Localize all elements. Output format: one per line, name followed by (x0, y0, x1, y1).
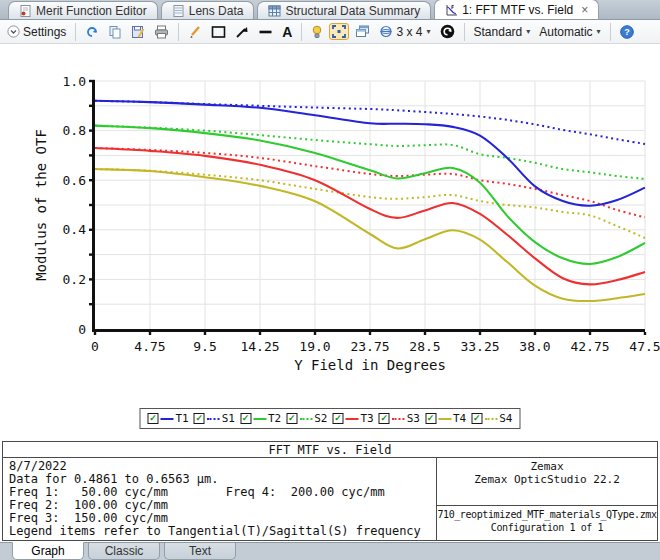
auto-update-button[interactable] (437, 22, 458, 41)
toolbar-separator (464, 23, 465, 41)
arrow-tool-button[interactable] (232, 23, 252, 41)
legend-item-T2[interactable]: ✓T2 (240, 412, 281, 425)
document-tabbar: Merit Function Editor Lens Data Structur… (0, 0, 660, 20)
legend-item-T4[interactable]: ✓T4 (425, 412, 466, 425)
chart-legend: ✓T1✓S1✓T2✓S2✓T3✓S3✓T4✓S4 (140, 408, 521, 429)
legend-checkbox[interactable]: ✓ (194, 413, 205, 424)
line-tool-button[interactable] (255, 23, 276, 41)
help-button[interactable]: ? (617, 23, 637, 41)
fit-window-button[interactable] (329, 23, 349, 40)
legend-item-S2[interactable]: ✓S2 (286, 412, 327, 425)
x-tick-label: 38.0 (519, 339, 550, 354)
legend-line-sample (253, 418, 266, 420)
legend-label: S2 (314, 412, 327, 425)
file-name: 710_reoptimized_MTF_materials_QType.zmx (437, 508, 657, 521)
config-cell: 710_reoptimized_MTF_materials_QType.zmx … (437, 506, 657, 540)
settings-chevron-icon (7, 25, 20, 38)
print-button[interactable] (151, 23, 172, 41)
automatic-dropdown[interactable]: Automatic ▾ (536, 23, 603, 41)
tab-structural-data-summary[interactable]: Structural Data Summary (257, 1, 431, 19)
sphere-icon (379, 25, 393, 38)
legend-item-T1[interactable]: ✓T1 (148, 412, 189, 425)
y-tick-label: 0.6 (63, 173, 86, 188)
mtf-chart: 00.20.40.60.81.004.759.514.2519.023.7528… (0, 44, 660, 441)
structural-data-icon (268, 5, 281, 17)
chevron-down-icon: ▾ (427, 27, 431, 36)
legend-label: T1 (176, 412, 189, 425)
legend-checkbox[interactable]: ✓ (379, 413, 390, 424)
legend-item-S1[interactable]: ✓S1 (194, 412, 235, 425)
y-tick-label: 0 (78, 322, 86, 337)
legend-line-sample (392, 418, 405, 420)
refresh-button[interactable] (82, 23, 102, 41)
x-tick-label: 0 (91, 339, 99, 354)
tab-fft-mtf-vs-field[interactable]: F 1: FFT MTF vs. Field × (434, 0, 599, 19)
legend-label: T3 (361, 412, 374, 425)
tab-classic[interactable]: Classic (88, 543, 160, 560)
legend-line-sample (161, 418, 174, 420)
legend-checkbox[interactable]: ✓ (471, 413, 482, 424)
y-axis-title: Modulus of the OTF (33, 129, 49, 281)
y-tick-label: 0.4 (63, 222, 87, 237)
standard-dropdown[interactable]: Standard ▾ (471, 23, 534, 41)
legend-item-S3[interactable]: ✓S3 (379, 412, 420, 425)
legend-line-sample (484, 418, 497, 420)
legend-checkbox[interactable]: ✓ (240, 413, 251, 424)
print-icon (154, 25, 169, 39)
legend-checkbox[interactable]: ✓ (286, 413, 297, 424)
auto-update-icon (440, 24, 455, 39)
chevron-down-icon: ▾ (526, 27, 530, 36)
rectangle-tool-button[interactable] (208, 23, 229, 41)
tab-label: Lens Data (189, 4, 244, 18)
line-tool-icon (258, 25, 273, 39)
y-tick-label: 0.8 (63, 123, 86, 138)
tab-graph[interactable]: Graph (12, 542, 84, 560)
mtf-graph-icon: F (445, 4, 458, 16)
chevron-down-icon: ▾ (597, 27, 601, 36)
tab-label: Structural Data Summary (285, 4, 420, 18)
analysis-summary: 8/7/2022 Data for 0.4861 to 0.6563 µm. F… (3, 458, 437, 540)
legend-checkbox[interactable]: ✓ (333, 413, 344, 424)
x-tick-label: 47.5 (629, 339, 660, 354)
toolbar-separator (75, 23, 76, 41)
text-tool-button[interactable]: A (279, 23, 295, 41)
legend-label: S3 (407, 412, 420, 425)
toolbar: Settings (0, 20, 660, 44)
x-tick-label: 14.25 (240, 339, 279, 354)
legend-line-sample (207, 418, 220, 420)
x-tick-label: 9.5 (193, 339, 216, 354)
close-icon[interactable]: × (581, 3, 588, 17)
legend-checkbox[interactable]: ✓ (148, 413, 159, 424)
legend-label: S1 (222, 412, 235, 425)
automatic-label: Automatic (539, 25, 592, 39)
legend-item-S4[interactable]: ✓S4 (471, 412, 512, 425)
settings-label: Settings (23, 25, 66, 39)
settings-button[interactable]: Settings (4, 23, 69, 41)
vendor-product: Zemax OpticStudio 22.2 (437, 473, 657, 486)
copy-button[interactable] (105, 23, 125, 41)
rectangle-tool-icon (211, 25, 226, 39)
svg-text:?: ? (624, 27, 630, 37)
aspect-ratio-button[interactable]: 3 x 4 ▾ (376, 23, 433, 41)
tab-merit-function-editor[interactable]: Merit Function Editor (8, 1, 158, 19)
toolbar-separator (178, 23, 179, 41)
legend-item-T3[interactable]: ✓T3 (333, 412, 374, 425)
tab-label: Merit Function Editor (36, 4, 147, 18)
save-button[interactable] (128, 23, 148, 41)
tab-label: 1: FFT MTF vs. Field (462, 3, 573, 17)
info-panel-title: FFT MTF vs. Field (3, 442, 657, 458)
tab-lens-data[interactable]: Lens Data (161, 1, 255, 19)
x-tick-label: 4.75 (134, 339, 165, 354)
toolbar-separator (301, 23, 302, 41)
pencil-tool-button[interactable] (185, 23, 205, 41)
vendor-name: Zemax (437, 460, 657, 473)
x-tick-label: 28.5 (409, 339, 440, 354)
legend-label: T2 (268, 412, 281, 425)
lamp-button[interactable] (308, 23, 326, 41)
legend-checkbox[interactable]: ✓ (425, 413, 436, 424)
tab-text[interactable]: Text (164, 543, 236, 560)
info-panel: FFT MTF vs. Field 8/7/2022 Data for 0.48… (2, 441, 658, 541)
lens-data-icon (172, 5, 185, 17)
text-tool-icon: A (282, 25, 292, 39)
windows-button[interactable] (352, 23, 373, 40)
